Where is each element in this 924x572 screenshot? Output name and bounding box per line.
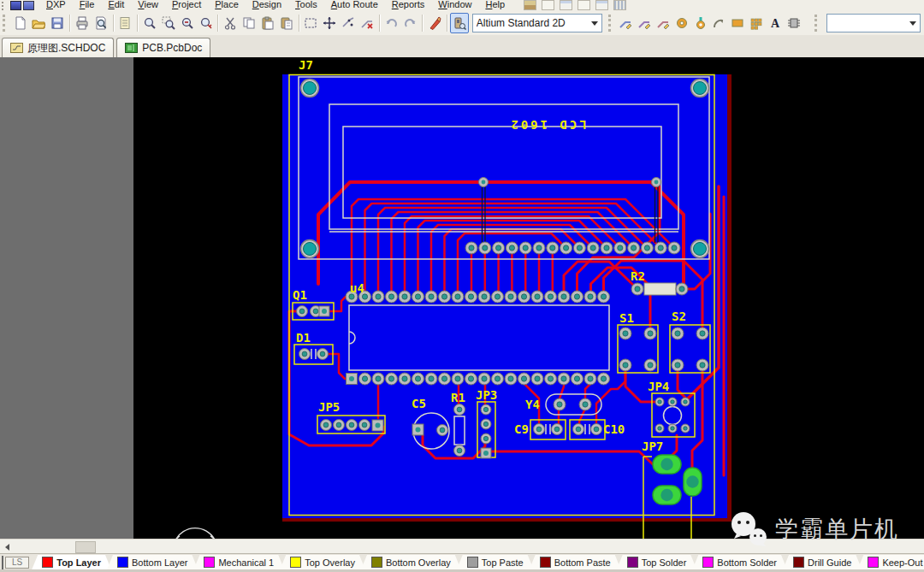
page-tool-icon[interactable] [542, 0, 554, 10]
lcd-silk-text: LCD 1602 [508, 118, 586, 132]
toolbar-grip[interactable] [3, 15, 9, 32]
layer-tab-label: Keep-Out Layer [882, 557, 924, 568]
layer-color-swatch [793, 557, 804, 568]
zoom-selection-icon[interactable] [197, 13, 216, 33]
delete-track-icon[interactable] [358, 13, 376, 33]
menu-item-dxp[interactable]: DXP [39, 0, 73, 11]
menu-item-file[interactable]: File [73, 0, 102, 11]
layer-tab-label: Top Overlay [305, 557, 355, 568]
print-preview-icon[interactable] [92, 13, 110, 33]
place-polygon-icon[interactable] [747, 13, 766, 33]
filter-brush-icon[interactable] [425, 13, 444, 33]
place-track-icon[interactable] [654, 13, 672, 33]
menu-item-design[interactable]: Design [246, 0, 288, 11]
layer-tab-top-overlay[interactable]: Top Overlay [280, 555, 365, 569]
save-icon[interactable] [48, 13, 67, 33]
docked-mini-toolbar [524, 0, 626, 11]
print-icon[interactable] [73, 13, 92, 33]
watermark: 学霸单片机 [729, 511, 899, 547]
place-string-icon[interactable]: A [766, 13, 785, 33]
document-tab-bar: 原理图.SCHDOC PCB.PcbDoc [0, 35, 924, 58]
doc-tab-schematic[interactable]: 原理图.SCHDOC [2, 38, 114, 57]
window-tool-icon[interactable] [595, 0, 608, 10]
open-document-icon[interactable] [116, 13, 134, 33]
selection-rect-icon[interactable] [302, 13, 321, 33]
chevron-down-icon [591, 21, 598, 26]
zoom-area-icon[interactable] [159, 13, 178, 33]
paste-icon[interactable] [258, 13, 277, 33]
move-icon[interactable] [320, 13, 339, 33]
board-edge-bottom [282, 518, 732, 522]
layer-tab-bar: LS Top Layer Bottom Layer Mechanical 1 T… [0, 553, 924, 570]
place-fill-icon[interactable] [728, 13, 747, 33]
layer-tab-label: Mechanical 1 [218, 557, 274, 568]
layer-tab-top-solder[interactable]: Top Solder [617, 555, 697, 569]
toolbar-grip[interactable] [814, 15, 820, 32]
scrollbar-thumb[interactable] [75, 541, 96, 553]
layer-tab-top-layer[interactable]: Top Layer [32, 555, 111, 569]
menu-item-help[interactable]: Help [478, 0, 512, 11]
redo-icon[interactable] [400, 13, 419, 33]
menu-item-view[interactable]: View [131, 0, 165, 11]
view-mode-value: Altium Standard 2D [477, 17, 586, 29]
menu-item-place[interactable]: Place [208, 0, 246, 11]
report-tool-icon[interactable] [578, 0, 590, 10]
paste-special-icon[interactable] [277, 13, 296, 33]
layer-tab-label: Top Paste [482, 557, 524, 568]
doc-tab-pcb[interactable]: PCB.PcbDoc [116, 38, 210, 57]
break-track-icon[interactable] [339, 13, 358, 33]
place-pad-icon[interactable] [672, 13, 691, 33]
new-document-icon[interactable] [11, 13, 30, 33]
designator-c9: C9 [514, 422, 529, 436]
toolbar-grip[interactable] [2, 2, 8, 10]
layer-tab-top-paste[interactable]: Top Paste [457, 555, 534, 569]
toolbar-grip[interactable] [608, 15, 614, 32]
pcb-canvas[interactable]: J7 LCD 1602 u4 Q1 D1 R2 S1 S2 JP4 JP7 JP… [0, 57, 924, 539]
layer-tab-bottom-solder[interactable]: Bottom Solder [692, 555, 787, 569]
layer-tab-keep-out[interactable]: Keep-Out Layer [857, 555, 924, 569]
open-icon[interactable] [29, 13, 48, 33]
variant-select[interactable] [826, 14, 921, 32]
scroll-left-button[interactable] [0, 540, 14, 553]
pcb-drawing[interactable]: J7 LCD 1602 u4 Q1 D1 R2 S1 S2 JP4 JP7 JP… [0, 57, 924, 539]
layer-tab-bottom-layer[interactable]: Bottom Layer [107, 555, 198, 569]
board-view-icon[interactable] [450, 13, 469, 33]
place-line-icon[interactable] [616, 13, 635, 33]
menu-item-tools[interactable]: Tools [288, 0, 324, 11]
cut-icon[interactable] [221, 13, 240, 33]
undo-icon[interactable] [382, 13, 401, 33]
place-via-icon[interactable] [691, 13, 710, 33]
designator-jp5: JP5 [318, 400, 340, 414]
current-layer-swatch[interactable] [2, 556, 3, 569]
layer-tab-bottom-overlay[interactable]: Bottom Overlay [361, 555, 461, 569]
menu-item-project[interactable]: Project [165, 0, 208, 11]
layer-color-swatch [204, 557, 215, 568]
copy-icon[interactable] [240, 13, 258, 33]
image-tool-icon[interactable] [524, 0, 536, 10]
layer-color-swatch [702, 557, 714, 568]
board-edge-right [727, 74, 732, 522]
layer-tab-label: Bottom Paste [554, 557, 611, 568]
place-component-icon[interactable] [785, 13, 803, 33]
wechat-icon [729, 511, 768, 547]
grid-tool-icon[interactable] [613, 0, 626, 10]
zoom-icon[interactable] [140, 13, 159, 33]
layer-tab-drill-guide[interactable]: Drill Guide [783, 555, 862, 569]
designator-y4: Y4 [525, 398, 540, 411]
place-wire-icon[interactable] [635, 13, 654, 33]
menu-item-window[interactable]: Window [431, 0, 478, 11]
layer-set-label[interactable]: LS [5, 557, 29, 569]
menu-item-edit[interactable]: Edit [101, 0, 131, 11]
designator-s1: S1 [619, 311, 634, 325]
zoom-out-icon[interactable] [178, 13, 197, 33]
layer-tab-label: Bottom Overlay [386, 557, 451, 568]
layer-tab-mechanical-1[interactable]: Mechanical 1 [193, 555, 284, 569]
layer-tab-bottom-paste[interactable]: Bottom Paste [530, 555, 621, 569]
doc-tab-label: 原理图.SCHDOC [27, 41, 105, 56]
menu-item-reports[interactable]: Reports [385, 0, 432, 11]
menu-item-autoroute[interactable]: Auto Route [324, 0, 385, 11]
view-mode-select[interactable]: Altium Standard 2D [472, 14, 602, 32]
layer-tabs: Top Layer Bottom Layer Mechanical 1 Top … [36, 555, 924, 569]
place-arc-icon[interactable] [709, 13, 728, 33]
panel-tool-icon[interactable] [560, 0, 572, 10]
